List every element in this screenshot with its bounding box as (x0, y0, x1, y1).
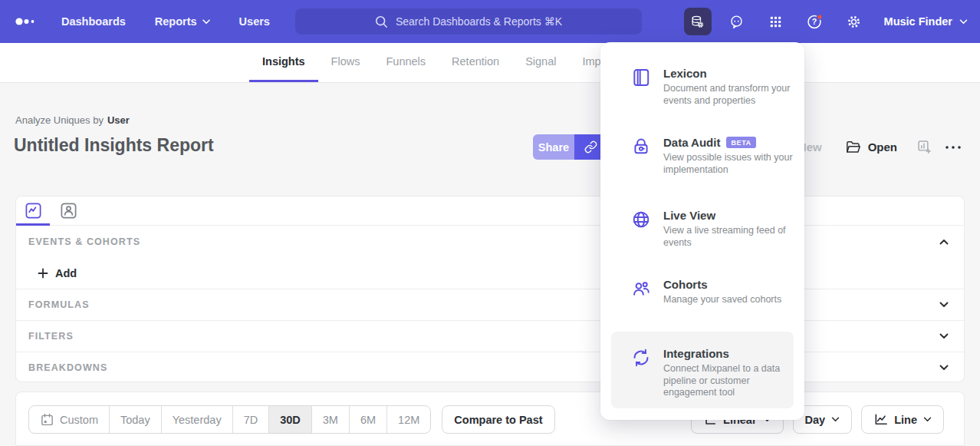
settings-icon[interactable] (840, 8, 868, 35)
section-filters[interactable]: FILTERS (16, 320, 964, 352)
folder-icon (845, 139, 861, 155)
open-button-label: Open (868, 140, 897, 154)
menu-item-title: Lexicon (663, 67, 707, 80)
apps-grid-icon[interactable] (762, 8, 790, 35)
report-tabbar: Insights Flows Funnels Retention Signal … (0, 43, 980, 83)
menu-item-description: Manage your saved cohorts (663, 294, 794, 306)
section-label: BREAKDOWNS (28, 362, 107, 373)
chart-type-select-button[interactable]: Line (861, 405, 944, 434)
plus-icon (38, 268, 48, 279)
search-input[interactable]: Search Dashboards & Reports ⌘K (295, 8, 642, 35)
data-audit-lock-icon (631, 137, 651, 157)
chart-toolbar: Custom Today Yesterday 7D 30D 3M 6M 12M … (15, 391, 965, 446)
section-label: FORMULAS (28, 299, 90, 310)
tab-retention[interactable]: Retention (439, 43, 512, 82)
cohorts-people-icon (631, 279, 651, 299)
open-report-button[interactable]: Open (845, 139, 897, 155)
share-button-group: Share (533, 134, 607, 160)
section-label: EVENTS & COHORTS (28, 236, 140, 247)
chart-square-icon (25, 202, 42, 220)
chevron-down-icon[interactable] (939, 333, 949, 339)
top-nav: Dashboards Reports Users Search Dashboar… (0, 0, 980, 43)
breadcrumb-prefix: Analyze Uniques by (15, 114, 104, 126)
chevron-down-icon[interactable] (939, 302, 949, 308)
mixpanel-logo-icon[interactable] (15, 17, 35, 26)
menu-item-title: Cohorts (663, 278, 708, 291)
menu-item-integrations[interactable]: Integrations Connect Mixpanel to a data … (611, 332, 794, 408)
link-icon (584, 140, 597, 154)
menu-item-description: Document and transform your events and p… (663, 83, 794, 107)
person-square-icon (60, 202, 77, 220)
project-switcher[interactable]: Music Finder (884, 15, 968, 28)
feedback-icon[interactable] (723, 8, 751, 35)
more-options-icon[interactable] (945, 145, 962, 150)
help-icon[interactable]: ? (801, 8, 829, 35)
menu-item-title: Integrations (663, 347, 729, 360)
breadcrumb-entity[interactable]: User (107, 114, 130, 126)
tab-flows[interactable]: Flows (318, 43, 373, 82)
date-range-30d[interactable]: 30D (269, 406, 312, 433)
nav-item-label: Users (239, 15, 270, 28)
primary-nav-links: Dashboards Reports Users (61, 15, 270, 28)
date-range-control: Custom Today Yesterday 7D 30D 3M 6M 12M (28, 405, 431, 434)
menu-item-description: Connect Mixpanel to a data pipeline or c… (663, 363, 794, 399)
users-view-tab[interactable] (59, 202, 77, 220)
mixpanel-insights-screen: Dashboards Reports Users Search Dashboar… (0, 0, 980, 446)
calendar-icon (40, 412, 54, 427)
tab-funnels[interactable]: Funnels (373, 43, 439, 82)
nav-item-users[interactable]: Users (239, 15, 270, 28)
chevron-up-icon[interactable] (939, 239, 949, 245)
active-tab-underline (16, 223, 50, 226)
section-breakdowns[interactable]: BREAKDOWNS (16, 352, 964, 382)
tab-insights[interactable]: Insights (249, 43, 318, 82)
chevron-down-icon[interactable] (939, 365, 949, 371)
section-formulas[interactable]: FORMULAS (16, 289, 964, 320)
interval-label: Day (805, 414, 826, 426)
chevron-down-icon (202, 19, 210, 25)
live-view-globe-icon (631, 210, 651, 230)
date-range-6m[interactable]: 6M (350, 406, 387, 433)
date-range-12m[interactable]: 12M (387, 406, 430, 433)
date-range-yesterday[interactable]: Yesterday (162, 406, 233, 433)
menu-item-description: View a live streaming feed of events (663, 225, 794, 249)
date-range-7d[interactable]: 7D (233, 406, 270, 433)
line-chart-icon (873, 412, 888, 427)
nav-right-cluster: ? Music Finder (684, 0, 968, 43)
add-button-label: Add (55, 267, 77, 279)
menu-item-cohorts[interactable]: Cohorts Manage your saved cohorts (611, 278, 794, 306)
compare-to-past-button[interactable]: Compare to Past (442, 405, 554, 434)
project-name: Music Finder (884, 15, 952, 28)
events-view-tab[interactable] (24, 202, 42, 220)
nav-item-label: Dashboards (61, 15, 126, 28)
menu-item-live-view[interactable]: Live View View a live streaming feed of … (611, 209, 794, 249)
section-label: FILTERS (28, 331, 74, 342)
data-management-dropdown: Lexicon Document and transform your even… (600, 42, 804, 420)
date-range-custom[interactable]: Custom (29, 406, 110, 433)
events-add-row: Add (16, 258, 964, 289)
share-button[interactable]: Share (533, 134, 574, 160)
nav-item-reports[interactable]: Reports (155, 15, 210, 28)
query-panel-tabs (16, 197, 964, 226)
integrations-sync-icon (631, 348, 651, 368)
data-management-icon[interactable] (684, 8, 712, 35)
page-title[interactable]: Untitled Insights Report (14, 135, 214, 156)
search-icon (375, 15, 388, 28)
add-to-dashboard-icon[interactable] (916, 139, 932, 155)
chevron-down-icon (923, 417, 932, 422)
date-range-today[interactable]: Today (110, 406, 162, 433)
svg-text:?: ? (812, 17, 817, 26)
nav-item-label: Reports (155, 15, 197, 28)
nav-item-dashboards[interactable]: Dashboards (61, 15, 126, 28)
date-range-3m[interactable]: 3M (312, 406, 350, 433)
add-event-button[interactable]: Add (38, 267, 77, 279)
chart-type-label: Line (894, 414, 917, 426)
beta-badge: BETA (726, 137, 755, 148)
tab-signal[interactable]: Signal (512, 43, 569, 82)
report-actions: New Open (798, 134, 962, 160)
menu-item-data-audit[interactable]: Data Audit BETA View possible issues wit… (611, 136, 794, 176)
search-placeholder: Search Dashboards & Reports ⌘K (396, 15, 562, 28)
section-events-cohorts[interactable]: EVENTS & COHORTS (16, 226, 964, 258)
chevron-down-icon (831, 417, 840, 422)
menu-item-description: View possible issues with your implement… (663, 152, 794, 176)
menu-item-lexicon[interactable]: Lexicon Document and transform your even… (611, 67, 794, 107)
